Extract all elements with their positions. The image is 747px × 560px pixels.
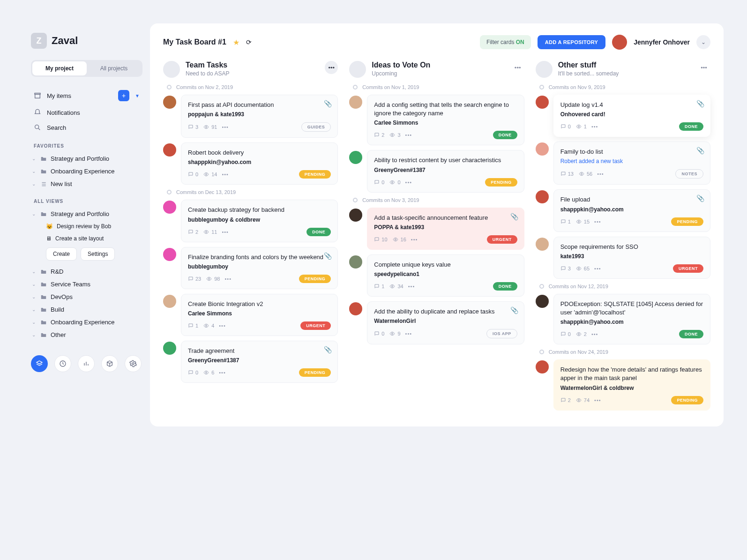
card-more-icon[interactable]: •••: [219, 370, 226, 375]
task-card[interactable]: 📎Add the ability to duplicate and replac…: [367, 301, 524, 344]
card-row: Ability to restrict content by user char…: [349, 150, 524, 192]
create-button[interactable]: Create: [46, 247, 77, 261]
commit-date: Commits on Nov 2, 2019: [176, 84, 233, 90]
card-more-icon[interactable]: •••: [222, 124, 229, 130]
card-meta: 0 6•••PENDING: [188, 368, 331, 377]
svg-point-26: [392, 285, 393, 287]
filter-chip[interactable]: Filter cards ON: [480, 35, 531, 49]
svg-point-27: [392, 333, 393, 335]
nav-search[interactable]: Search: [31, 120, 142, 135]
filter-label: Filter cards: [486, 39, 516, 45]
favorite-item[interactable]: ⌄Strategy and Portfolio: [31, 152, 142, 165]
card-more-icon[interactable]: •••: [594, 397, 601, 403]
card-meta: 1 4•••URGENT: [188, 321, 331, 330]
svg-point-19: [206, 231, 207, 232]
favorite-item[interactable]: ⌄New list: [31, 178, 142, 190]
chevron-down-icon: ⌄: [32, 156, 37, 161]
card-more-icon[interactable]: •••: [222, 172, 229, 177]
card-more-icon[interactable]: •••: [405, 132, 412, 138]
settings-button[interactable]: Settings: [81, 247, 115, 261]
cube-icon[interactable]: [101, 355, 118, 372]
view-item[interactable]: ⌄Service Teams: [31, 278, 142, 291]
view-item[interactable]: ⌄Build: [31, 303, 142, 316]
view-item[interactable]: ⌄R&D: [31, 265, 142, 278]
card-author: Carlee Simmons: [374, 119, 517, 126]
chevron-down-icon[interactable]: ▼: [135, 93, 140, 98]
tab-all-projects[interactable]: All projects: [87, 61, 141, 75]
card-more-icon[interactable]: •••: [219, 323, 226, 329]
card-author-avatar: [349, 302, 362, 315]
add-repository-button[interactable]: ADD A REPOSITORY: [538, 35, 605, 49]
card-more-icon[interactable]: •••: [225, 276, 232, 282]
card-more-icon[interactable]: •••: [594, 266, 601, 271]
commit-separator: Commits on Nov 12, 2019: [539, 284, 710, 289]
card-more-icon[interactable]: •••: [408, 284, 415, 289]
svg-point-22: [206, 372, 207, 373]
add-item-button[interactable]: +: [118, 90, 129, 101]
card-more-icon[interactable]: •••: [591, 331, 598, 337]
commit-date: Commits on Nov 1, 2019: [362, 84, 419, 90]
card-meta: 13 56•••NOTES: [560, 169, 703, 179]
layers-icon[interactable]: [31, 355, 48, 372]
view-label: Other: [51, 331, 66, 338]
view-label: Strategy and Portfolio: [51, 210, 109, 217]
task-card[interactable]: Create backup strategy for backendbubble…: [181, 200, 338, 242]
svg-point-20: [209, 278, 210, 279]
clock-icon[interactable]: [54, 355, 71, 372]
view-item[interactable]: ⌄Onboarding Experience: [31, 316, 142, 329]
card-meta: 3 91•••GUIDES: [188, 122, 331, 132]
column-menu[interactable]: •••: [697, 61, 710, 74]
column-menu[interactable]: •••: [325, 61, 338, 74]
task-card[interactable]: 📎Finalize branding fonts and colors by t…: [181, 247, 338, 289]
card-row: Robert book deliveryshapppkin@yahoo.com …: [163, 142, 338, 185]
nav-notifications[interactable]: Notifications: [31, 105, 142, 120]
task-card[interactable]: Create Bionic Integration v2Carlee Simmo…: [181, 294, 338, 336]
view-item[interactable]: ⌄DevOps: [31, 291, 142, 303]
refresh-icon[interactable]: ⟳: [246, 38, 252, 46]
column-menu[interactable]: •••: [511, 61, 524, 74]
task-card[interactable]: Robert book deliveryshapppkin@yahoo.com …: [181, 142, 338, 185]
view-child-design-review[interactable]: 😺 Design review by Bob: [46, 220, 142, 232]
task-card[interactable]: Scope requirements for SSOkate1993 3 65•…: [553, 237, 710, 279]
card-author-avatar: [536, 190, 549, 203]
task-card[interactable]: Ability to restrict content by user char…: [367, 150, 524, 192]
task-card[interactable]: 📎First pass at API documentationpoppajun…: [181, 95, 338, 138]
card-more-icon[interactable]: •••: [591, 124, 598, 129]
task-card[interactable]: 📎File uploadshapppkin@yahoo.com 1 15•••P…: [553, 189, 710, 231]
task-card[interactable]: 📎Update log v1.4Onhovered card! 0 1•••DO…: [553, 95, 710, 137]
task-card[interactable]: Redesign how the 'more details' and rati…: [553, 359, 710, 410]
task-card[interactable]: 📎Family to-do listRobert added a new tas…: [553, 142, 710, 185]
user-dropdown[interactable]: ⌄: [696, 35, 710, 49]
card-link[interactable]: Robert added a new task: [560, 158, 703, 164]
view-child-site-layout[interactable]: 🖥 Create a site layout: [46, 232, 142, 245]
card-more-icon[interactable]: •••: [594, 219, 601, 224]
chart-icon[interactable]: [78, 355, 95, 372]
svg-point-32: [578, 334, 579, 335]
card-more-icon[interactable]: •••: [405, 331, 412, 336]
task-card[interactable]: 📎Trade agreementGreenyGreen#1387 0 6•••P…: [181, 341, 338, 383]
svg-point-2: [35, 125, 39, 129]
status-badge: URGENT: [487, 235, 517, 244]
user-avatar[interactable]: [612, 35, 627, 50]
all-views-heading: ALL VIEWS: [34, 199, 142, 204]
star-icon[interactable]: ★: [233, 38, 239, 47]
status-badge: DONE: [679, 122, 703, 131]
paperclip-icon: 📎: [510, 306, 518, 314]
favorite-item[interactable]: ⌄Onboarding Experience: [31, 165, 142, 178]
tab-my-project[interactable]: My project: [32, 61, 87, 75]
svg-point-16: [132, 363, 134, 365]
view-strategy-portfolio[interactable]: ⌄ Strategy and Portfolio: [31, 208, 142, 220]
view-item[interactable]: ⌄Other: [31, 329, 142, 341]
gear-icon[interactable]: [125, 355, 142, 372]
card-more-icon[interactable]: •••: [222, 229, 229, 235]
card-row: 📎Add a task-specific announcement featur…: [349, 208, 524, 250]
card-more-icon[interactable]: •••: [405, 179, 412, 185]
task-card[interactable]: PDOException: SQLSTATE [1045] Access den…: [553, 294, 710, 344]
task-card[interactable]: Complete unique keys valuespeedypelicano…: [367, 254, 524, 297]
task-card[interactable]: 📎Add a task-specific announcement featur…: [367, 208, 524, 250]
nav-my-items[interactable]: My items + ▼: [31, 86, 142, 105]
card-more-icon[interactable]: •••: [411, 237, 418, 242]
task-card[interactable]: Add a config setting that tells the sear…: [367, 95, 524, 145]
card-more-icon[interactable]: •••: [597, 171, 604, 177]
emoji-icon: 😺: [46, 223, 53, 230]
